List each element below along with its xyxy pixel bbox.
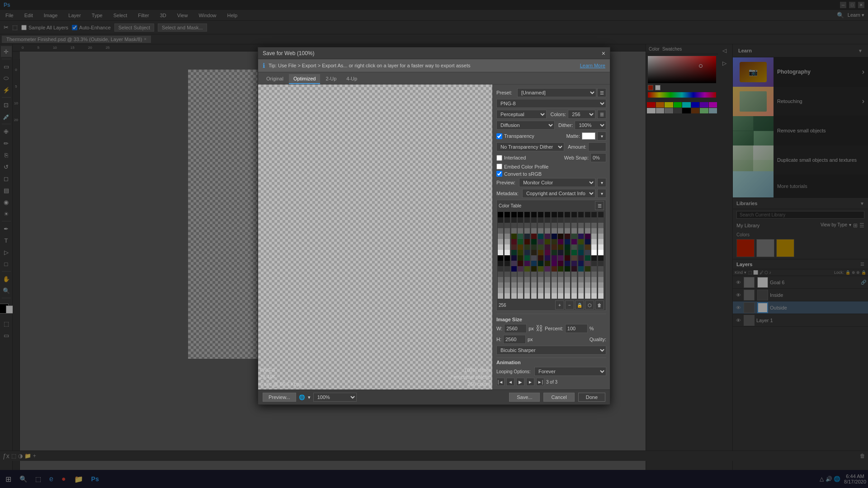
color-cell[interactable] [571,293,577,299]
color-cell[interactable] [498,239,503,244]
color-cell[interactable] [538,217,543,223]
color-cell[interactable] [531,288,537,293]
color-cell[interactable] [591,255,597,261]
color-cell[interactable] [578,239,584,244]
color-cell[interactable] [598,288,604,293]
color-cell[interactable] [511,223,517,228]
color-cell[interactable] [598,255,604,261]
color-cell[interactable] [511,261,517,266]
dialog-close-button[interactable]: × [602,50,605,57]
color-cell[interactable] [552,255,557,261]
color-cell[interactable] [598,228,604,234]
color-cell[interactable] [511,217,517,223]
color-cell[interactable] [545,212,550,217]
color-cell[interactable] [585,250,590,255]
color-cell[interactable] [558,282,563,288]
color-cell[interactable] [498,223,503,228]
color-cell[interactable] [505,250,510,255]
preview-setting-select[interactable]: Monitor Color [519,178,595,187]
color-cell[interactable] [498,293,503,299]
anim-play-btn[interactable]: ▶ [516,378,524,386]
color-cell[interactable] [511,244,517,250]
color-cell[interactable] [538,288,543,293]
color-cell[interactable] [598,272,604,277]
color-cell[interactable] [565,261,570,266]
color-table-menu-btn[interactable]: ☰ [595,201,604,210]
embed-color-checkbox[interactable] [496,164,502,169]
color-cell[interactable] [571,228,577,234]
color-cell[interactable] [538,272,543,277]
color-cell[interactable] [558,244,563,250]
color-cell[interactable] [505,266,510,272]
height-input[interactable] [503,335,526,344]
color-cell[interactable] [578,282,584,288]
color-cell[interactable] [598,282,604,288]
color-cell[interactable] [578,212,584,217]
color-cell[interactable] [545,223,550,228]
color-cell[interactable] [578,228,584,234]
color-cell[interactable] [558,288,563,293]
color-cell[interactable] [505,223,510,228]
color-cell[interactable] [524,266,530,272]
color-cell[interactable] [591,293,597,299]
color-cell[interactable] [598,244,604,250]
color-cell[interactable] [565,282,570,288]
color-cell[interactable] [598,234,604,239]
color-cell[interactable] [524,244,530,250]
color-cell[interactable] [585,255,590,261]
color-cell[interactable] [571,239,577,244]
delete-color-btn[interactable]: − [565,300,574,310]
color-cell[interactable] [531,282,537,288]
color-cell[interactable] [538,212,543,217]
color-cell[interactable] [565,250,570,255]
colors-select[interactable]: 256 [568,110,595,119]
color-cell[interactable] [531,261,537,266]
color-cell[interactable] [598,223,604,228]
color-cell[interactable] [511,293,517,299]
color-cell[interactable] [558,217,563,223]
width-input[interactable] [504,324,527,333]
color-cell[interactable] [511,228,517,234]
color-cell[interactable] [552,250,557,255]
color-cell[interactable] [558,228,563,234]
browser-dropdown[interactable]: ▾ [308,394,311,400]
color-cell[interactable] [598,266,604,272]
color-cell[interactable] [498,244,503,250]
color-cell[interactable] [531,239,537,244]
color-cell[interactable] [578,255,584,261]
metadata-select[interactable]: Copyright and Contact Info [522,189,595,198]
preview-button[interactable]: Preview... [263,393,296,402]
color-cell[interactable] [505,217,510,223]
lock-color-btn[interactable]: 🔒 [575,300,584,310]
color-cell[interactable] [511,266,517,272]
color-cell[interactable] [552,266,557,272]
color-cell[interactable] [598,212,604,217]
looping-select[interactable]: Forever [534,367,606,376]
color-cell[interactable] [545,234,550,239]
color-cell[interactable] [531,244,537,250]
tab-optimized[interactable]: Optimized [289,74,321,84]
color-cell[interactable] [524,223,530,228]
color-cell[interactable] [498,288,503,293]
anim-prev-btn[interactable]: ◄ [506,378,514,386]
dither-select[interactable]: Diffusion [496,121,555,130]
trash-color-btn[interactable]: 🗑 [595,300,604,310]
color-cell[interactable] [598,250,604,255]
color-cell[interactable] [591,228,597,234]
color-cell[interactable] [498,228,503,234]
color-cell[interactable] [552,223,557,228]
color-cell[interactable] [538,255,543,261]
color-cell[interactable] [524,239,530,244]
color-cell[interactable] [558,261,563,266]
color-cell[interactable] [565,244,570,250]
color-cell[interactable] [538,282,543,288]
color-cell[interactable] [518,223,523,228]
color-cell[interactable] [578,272,584,277]
color-cell[interactable] [518,250,523,255]
color-cell[interactable] [578,261,584,266]
color-cell[interactable] [598,293,604,299]
color-cell[interactable] [511,277,517,282]
color-cell[interactable] [565,288,570,293]
color-cell[interactable] [585,277,590,282]
color-cell[interactable] [552,282,557,288]
